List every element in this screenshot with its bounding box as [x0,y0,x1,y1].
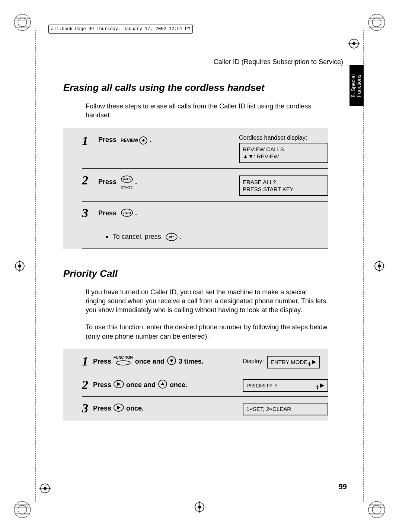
steps-block-2: 1 Press FUNCTION once and 3 times. Displ… [63,349,328,421]
chapter-tab-line1: 8. Special [351,74,357,97]
svg-point-7 [368,14,385,31]
press-word: Press [93,358,111,365]
section-heading-erasing: Erasing all calls using the cordless han… [63,82,328,94]
crosshair-icon [193,501,206,513]
step-number: 1 [82,134,93,147]
step-display-area: ERASE ALL? PRESS START KEY [239,174,328,196]
lcd-text: ENTRY MODE [271,358,307,366]
start-button-icon: START [121,208,133,219]
off-button-icon: OFF [165,231,178,243]
page-number: 99 [339,482,347,491]
svg-point-0 [14,14,31,31]
lcd-display: REVIEW CALLS ▲▼: REVIEW [239,143,328,163]
period: . [180,233,182,240]
section-heading-priority: Priority Call [63,268,328,279]
nav-arrows-icon: ▲▼▶ [307,358,316,366]
svg-marker-62 [161,382,165,385]
segment: once. [170,381,187,389]
function-label: FUNCTION [114,355,133,360]
bullet-icon [106,236,108,238]
step-display-area: 1=SET, 2=CLEAR [243,401,328,415]
step-number: 2 [82,379,93,391]
step-body: Press START . [98,207,328,219]
period: . [135,209,137,217]
step-row: 1 Press REVIEW . Cordless handset displa… [82,129,328,168]
section-intro-erasing: Follow these steps to erase all calls fr… [86,102,328,120]
step-number: 3 [82,207,93,219]
review-button-icon: REVIEW [121,136,148,145]
down-arrow-button-icon [167,356,176,367]
svg-text:START: START [123,212,132,214]
svg-text:OFF: OFF [169,236,175,238]
svg-point-15 [18,505,27,514]
step-row: 3 Press once. 1=SET, 2=CLEAR [82,396,328,420]
registration-mark-icon [368,501,386,519]
cancel-note: To cancel, press OFF . [98,231,328,243]
step-body: Press HOLD ERASE . [98,174,234,189]
hold-erase-button-icon: HOLD ERASE [121,175,133,189]
press-word: Press [98,209,116,217]
segment: once. [126,405,144,412]
function-button-icon: FUNCTION [114,355,133,367]
press-word: Press [98,178,116,186]
step-display-area: Display: ENTRY MODE ▲▼▶ [243,354,328,368]
period: . [135,178,137,186]
step-number: 3 [82,402,93,415]
review-label: REVIEW [121,138,138,143]
lcd-line: PRESS START KEY [243,186,325,193]
erase-sublabel: ERASE [121,186,133,189]
svg-point-1 [18,18,27,27]
svg-point-8 [372,18,381,27]
step-row: 1 Press FUNCTION once and 3 times. Displ… [82,350,328,373]
step-body: Press once and once. [93,379,243,391]
lcd-line: ERASE ALL? [243,178,325,186]
file-path-banner: all.book Page 99 Thursday, January 17, 2… [48,25,193,34]
section-intro-priority-2: To use this function, enter the desired … [86,323,328,341]
lcd-text: 1=SET, 2=CLEAR [246,405,291,413]
registration-mark-icon [368,13,386,31]
press-word: Press [93,381,111,389]
registration-mark-icon [13,13,31,31]
lcd-line: ▲▼: REVIEW [243,153,325,160]
trim-left-line [35,30,36,502]
content-area: Erasing all calls using the cordless han… [63,82,328,421]
lcd-text: PRIORITY # [246,382,277,389]
registration-mark-icon [13,501,31,519]
step-number: 1 [82,355,93,368]
display-caption: Display: [243,358,264,365]
lcd-display: ENTRY MODE ▲▼▶ [267,356,320,368]
step-body: Press once. [93,403,243,414]
display-caption: Cordless handset display: [239,134,328,141]
chapter-tab-line2: Functions [356,75,362,97]
cancel-prefix: To cancel, press [113,233,161,240]
section-intro-priority-1: If you have turned on Caller ID, you can… [86,288,328,315]
chapter-tab: 8. Special Functions [349,65,364,106]
press-word: Press [93,405,111,412]
step-row: 3 Press START . To cancel, press OFF [82,201,328,248]
page: all.book Page 99 Thursday, January 17, 2… [0,0,399,532]
right-arrow-button-icon [114,403,124,414]
running-head: Caller ID (Requires Subscription to Serv… [214,58,343,66]
svg-point-22 [372,505,381,514]
segment: once and [126,381,156,389]
step-display-area: PRIORITY # ▲▼▶ [243,378,328,392]
lcd-display: 1=SET, 2=CLEAR [243,403,328,415]
svg-text:HOLD: HOLD [123,178,131,181]
lcd-line: REVIEW CALLS [243,146,325,153]
svg-point-14 [14,501,31,518]
crosshair-icon [373,260,386,272]
svg-marker-49 [142,139,144,142]
svg-marker-60 [117,382,121,386]
svg-marker-64 [117,406,121,409]
lcd-display: PRIORITY # ▲▼▶ [243,379,328,392]
segment: 3 times. [179,358,204,365]
step-row: 2 Press HOLD ERASE . ERASE ALL? PRESS ST… [82,168,328,201]
step-display-area: Cordless handset display: REVIEW CALLS ▲… [239,134,328,163]
up-arrow-button-icon [158,379,167,391]
step-body: Press REVIEW . [98,134,234,145]
steps-block-1: 1 Press REVIEW . Cordless handset displa… [63,128,328,249]
step-body: Press FUNCTION once and 3 times. [93,355,243,367]
svg-point-21 [368,501,385,518]
press-word: Press [98,136,116,143]
step-row: 2 Press once and once. PRIORITY # ▲▼▶ [82,373,328,396]
